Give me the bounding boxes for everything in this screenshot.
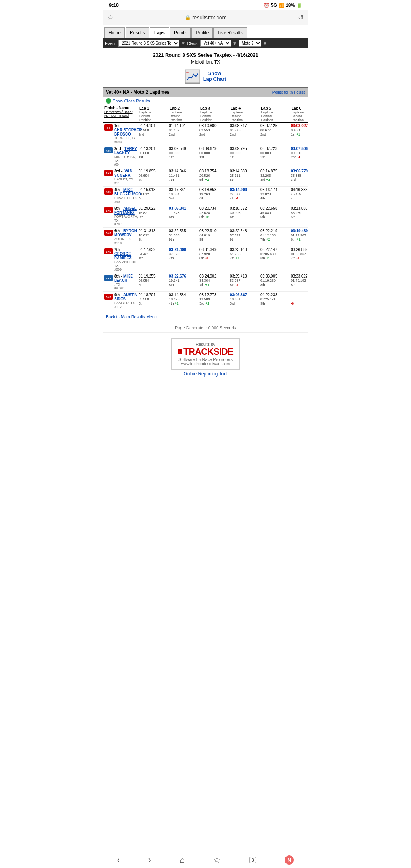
laptime-3-1: 03:09.679 <box>199 147 217 151</box>
table-container: Finish - Name Hometown / Racer Number - … <box>103 105 308 310</box>
pos-5-7: 8th <box>260 283 265 287</box>
behind-5-0: 00.677 <box>260 128 271 132</box>
brand-logo-0: H <box>104 124 113 131</box>
svg-text:SXS: SXS <box>106 296 111 298</box>
behind-4-7: 53.987 <box>230 279 241 282</box>
battery-label: 18% <box>286 3 295 8</box>
rider-number-0: #693 <box>114 140 142 144</box>
reload-button[interactable]: ↺ <box>298 13 304 22</box>
behind-1-1: 00.000 <box>139 151 149 155</box>
lap-3-rider-7: 03:24.902 34.364 7th +1 <box>199 274 230 287</box>
behind-1-5: 18.612 <box>139 233 149 237</box>
lap-3-rider-6: 03:31.349 37.920 8th -3 <box>199 247 230 260</box>
behind-3-4: 22.628 <box>199 211 210 215</box>
lap-4-rider-8: 03:06.867 10.661 3rd <box>230 293 260 305</box>
rider-name-link-6[interactable]: GEORGE RAMIREZ <box>114 252 132 260</box>
behind-5-1: 00.000 <box>260 151 271 155</box>
lap-chart-link[interactable]: Show Lap Chart <box>203 70 226 82</box>
pos-3-6: 8th <box>199 256 204 260</box>
lap4-header: Lap 4 Laptime Behind Position <box>230 106 260 122</box>
filter-bar: Event: 2021 Round 3 SXS Series Texplex ▼… <box>103 38 308 48</box>
behind-6-5: 01:27.903 <box>291 233 306 237</box>
behind-1-4: 15.821 <box>139 211 149 215</box>
pos-3-8: 3rd <box>199 302 204 305</box>
event-select[interactable]: 2021 Round 3 SXS Series Texplex <box>118 40 179 47</box>
lap-4-rider-2: 03:14.380 25.111 5th <box>230 169 260 182</box>
laptime-1-7: 01:19.255 <box>139 274 156 278</box>
rider-position-name-8: 9th - AUSTIN SIDES <box>114 293 139 301</box>
brand-logo-2: SXS <box>104 170 113 176</box>
behind-1-6: 04.431 <box>139 252 149 256</box>
behind-2-6: 37.920 <box>169 252 180 256</box>
lap-1-rider-7: 01:19.255 06.054 6th <box>139 274 169 287</box>
delta-2-8: +1 <box>175 302 178 305</box>
delta-3-8: +1 <box>206 302 209 305</box>
tab-home[interactable]: Home <box>104 27 125 38</box>
rider-name-link-0[interactable]: CHRISTOPHER BROSCO <box>114 128 142 136</box>
behind-2-8: 10.495 <box>169 297 180 301</box>
table-row: SXS 6th - BYRON MOWERY AUTIN, TX #118 01… <box>103 228 308 246</box>
tab-results[interactable]: Results <box>126 27 149 38</box>
tab-live-results[interactable]: Live Results <box>213 27 247 38</box>
rider-info-5: SXS 6th - BYRON MOWERY AUTIN, TX #118 <box>104 229 139 245</box>
rider-pos-3: 4th <box>114 188 120 192</box>
pos-6-0: 1st <box>291 132 295 136</box>
lap-6-rider-7: 03:33.627 01:49.192 8th <box>291 274 308 287</box>
points-link[interactable]: Points for this class <box>272 90 305 94</box>
favorite-button[interactable]: ☆ <box>107 13 113 22</box>
separator: ▼ <box>181 41 185 46</box>
laptime-1-1: 01:13.201 <box>139 147 156 151</box>
pos-4-3: 4th <box>230 196 235 200</box>
tab-laps[interactable]: Laps <box>150 27 169 38</box>
class-select[interactable]: Vet 40+ NA <box>200 40 231 47</box>
laptime-3-3: 03:18.858 <box>199 188 217 192</box>
behind-3-0: 02.553 <box>199 128 210 132</box>
section-header: Vet 40+ NA - Moto 2 Laptimes Points for … <box>103 87 308 97</box>
pos-6-6: 7th <box>291 256 296 260</box>
behind-2-1: 00.000 <box>169 151 180 155</box>
laptime-4-8: 03:06.867 <box>230 293 247 297</box>
moto-select[interactable]: Moto 2 <box>239 40 261 47</box>
rider-number-7: #979x <box>114 286 139 290</box>
laptime-4-1: 03:09.795 <box>230 147 247 151</box>
url-bar[interactable]: 🔒 resultsmx.com <box>113 14 298 21</box>
behind-6-3: 45.459 <box>291 192 301 196</box>
behind-4-3: 24.377 <box>230 192 241 196</box>
pos-2-5: 9th <box>169 238 174 241</box>
svg-text:H: H <box>107 126 110 130</box>
table-row: SXS 4th - MIKE BUCCAFUSCO ROWLETT, TX #9… <box>103 187 308 205</box>
behind-6-7: 01:49.192 <box>291 279 306 282</box>
rider-number-2: #11 <box>114 181 139 185</box>
pos-1-0: 2nd <box>139 132 144 136</box>
lap-6-rider-3: 03:16.335 45.459 4th <box>291 188 308 200</box>
laptime-5-4: 03:22.658 <box>260 206 277 211</box>
lap-2-rider-5: 03:22.565 31.588 9th <box>169 229 199 241</box>
laptime-4-4: 03:18.072 <box>230 206 247 211</box>
pos-5-3: 4th <box>260 196 265 200</box>
lap-3-rider-0: 03:10.800 02.553 2nd <box>199 124 230 136</box>
laptime-5-5: 03:22.219 <box>260 229 277 233</box>
signal-bars-icon: 📶 <box>279 3 284 8</box>
back-to-main-link[interactable]: Back to Main Results Menu <box>106 314 157 319</box>
pos-4-1: 1st <box>230 155 234 159</box>
behind-3-2: 20.526 <box>199 174 210 177</box>
lap-5-rider-0: 03:07.125 00.677 2nd <box>260 124 291 136</box>
laptime-2-2: 03:14.346 <box>169 169 186 173</box>
pos-3-7: 7th <box>199 283 204 287</box>
laptime-4-6: 03:23.140 <box>230 247 247 252</box>
pos-1-8: 5th <box>139 302 143 305</box>
laptime-5-2: 03:14.875 <box>260 169 277 173</box>
pos-6-5: 6th <box>291 238 296 241</box>
lap-5-rider-4: 03:22.658 45.840 5th <box>260 206 291 219</box>
lap-2-rider-0: 01:14.101 01.432 2nd <box>169 124 199 136</box>
laptime-3-6: 03:31.349 <box>199 247 217 252</box>
pos-4-7: 8th <box>230 283 235 287</box>
tab-profile[interactable]: Profile <box>191 27 213 38</box>
finish-header-row: Finish - Name Hometown / Racer Number - … <box>103 105 308 123</box>
trackside-tagline: Software for Race Promoters <box>178 357 233 362</box>
show-class-results-link[interactable]: Show Class Results <box>113 99 150 103</box>
lap-3-rider-4: 03:20.734 22.628 6th +2 <box>199 206 230 219</box>
behind-6-0: 00.000 <box>291 128 301 132</box>
tab-points[interactable]: Points <box>170 27 191 38</box>
brand-logo-8: SXS <box>104 294 113 300</box>
